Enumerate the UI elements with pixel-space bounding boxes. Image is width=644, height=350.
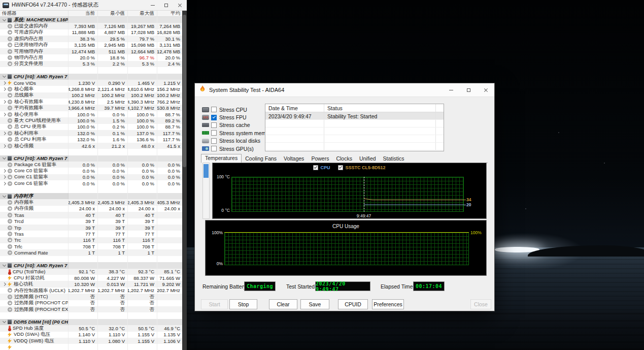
sensor-section-row[interactable]: 内存时序	[0, 193, 182, 199]
maximize-button[interactable]	[460, 83, 477, 97]
hwinfo-scrollbar-thumb[interactable]	[183, 15, 186, 167]
sensor-row[interactable]: 物理内存占用20.0 %18.8 %96.7 %20.0 %	[0, 54, 182, 60]
sensor-row[interactable]: Command Rate1 T1 T1 T	[0, 249, 182, 256]
maximize-button[interactable]	[159, 0, 173, 10]
stop-button[interactable]: Stop	[229, 299, 257, 309]
chevron-right-icon[interactable]	[3, 169, 6, 173]
stress-option-stress-gpu-s[interactable]: Stress GPU(s)	[202, 145, 264, 152]
sensor-row[interactable]: 过热降频 (HTC)否否否	[0, 294, 182, 300]
close-button[interactable]	[477, 83, 494, 97]
sensor-row[interactable]: 总 CPU 使用率100.0 %0.2 %100.0 %88.7 %	[0, 124, 182, 130]
chevron-right-icon[interactable]	[3, 113, 6, 116]
aida64-titlebar[interactable]: System Stability Test - AIDA64	[195, 83, 494, 97]
cpu-legend-checkbox[interactable]	[313, 165, 318, 170]
stress-cache-checkbox[interactable]	[211, 122, 217, 128]
chevron-down-icon[interactable]	[3, 156, 6, 160]
legend-item-cpu[interactable]: CPU	[313, 165, 330, 170]
chevron-right-icon[interactable]	[3, 132, 6, 135]
stress-system-memory-checkbox[interactable]	[211, 130, 217, 136]
sensor-section-row[interactable]: DDR5 DIMM [#0] (P0 CHA...	[0, 319, 182, 325]
sensor-section-row[interactable]: CPU [#0]: AMD Ryzen 7 7...	[0, 155, 182, 162]
column-header-sensor[interactable]: 传感器	[0, 11, 69, 16]
chevron-right-icon[interactable]	[3, 182, 6, 185]
legend-item-ssd[interactable]: SSSTC CL5-8D512	[338, 165, 385, 170]
sensor-row[interactable]: 可用虚拟内存11,888 MB4,887 MB17,028 MB16,828 M…	[0, 29, 182, 36]
tab-powers[interactable]: Powers	[308, 155, 332, 163]
chevron-right-icon[interactable]	[3, 87, 6, 91]
sensor-row[interactable]: 分页文件使用5.3 %2.2 %5.3 %2.4 %	[0, 61, 182, 67]
sensor-row[interactable]: Core C1 驻留率0.0 %0.0 %0.0 %0.0 %	[0, 174, 182, 180]
sensor-row[interactable]: 已使用物理内存3,135 MB2,945 MB15,098 MB3,131 MB	[0, 42, 182, 48]
sensor-row[interactable]: 总 CPU 利用率132.0 %1.6 %136.6 %117.7 %	[0, 136, 182, 142]
sensor-row[interactable]: Core C6 驻留率0.0 %0.0 %0.0 %0.0 %	[0, 180, 182, 186]
tab-unified[interactable]: Unified	[356, 155, 380, 163]
chevron-right-icon[interactable]	[3, 175, 6, 179]
sensor-row[interactable]: Core VIDs1.230 V0.290 V1.465 V1.215 V	[0, 80, 182, 86]
tab-voltages[interactable]: Voltages	[280, 155, 308, 163]
sensor-row[interactable]: Package C6 驻留率0.0 %0.0 %0.0 %0.0 %	[0, 162, 182, 168]
tab-cooling-fans[interactable]: Cooling Fans	[242, 155, 280, 163]
sensor-row[interactable]: 过热降频 (PROCHOT EXT)否否否	[0, 306, 182, 312]
column-header-maximum[interactable]: 最大值	[128, 11, 157, 16]
sensor-row[interactable]: Trc116 T116 T116 T	[0, 237, 182, 243]
sensor-row[interactable]: 核心使用率100.0 %0.0 %100.0 %88.7 %	[0, 111, 182, 117]
sensor-row[interactable]: 平均有效频率3,966.4 MHz39.7 MHz4,102.7 MHz3,53…	[0, 105, 182, 111]
sensor-row[interactable]: Tcas40 T40 T40 T	[0, 212, 182, 218]
sensor-row[interactable]: 核心频率4,268.8 MHz2,121.4 MHz4,810.6 MHz4,1…	[0, 86, 182, 92]
sensor-row[interactable]: 核心利用率132.0 %0.1 %137.0 %117.7 %	[0, 130, 182, 136]
sensor-row[interactable]: Core C0 驻留率0.0 %0.0 %0.0 %0.0 %	[0, 168, 182, 174]
chevron-right-icon[interactable]	[3, 100, 6, 104]
chevron-down-icon[interactable]	[3, 263, 6, 267]
chevron-right-icon[interactable]	[3, 81, 6, 85]
sensor-row[interactable]: 虚拟内存占用38.3 %29.5 %79.7 %30.1 %	[0, 36, 182, 42]
column-header-current[interactable]: 当前	[69, 11, 98, 16]
stress-fpu-checkbox[interactable]	[211, 115, 217, 120]
stress-option-stress-fpu[interactable]: 123Stress FPU	[202, 113, 264, 121]
column-header-average[interactable]: 平均	[157, 11, 182, 16]
minimize-button[interactable]	[443, 83, 460, 97]
cpuid-button[interactable]: CPUID	[338, 299, 368, 309]
stress-option-stress-local-disks[interactable]: Stress local disks	[202, 137, 264, 145]
sensor-row[interactable]: 核心有效频率4,230.8 MHz2.5 MHz4,390.3 MHz3,766…	[0, 99, 182, 105]
graph-scrollbar[interactable]	[202, 163, 210, 219]
sensor-row[interactable]: Tras77 T77 T77 T	[0, 231, 182, 237]
sensor-row[interactable]: CPU (Tctl/Tdie)92.1 °C38.3 °C92.3 °C85.1…	[0, 269, 182, 275]
sensor-row[interactable]: 内存倍频24.00 x24.00 x24.00 x24.00 x	[0, 206, 182, 212]
save-button[interactable]: Save	[300, 299, 329, 309]
sensor-row[interactable]	[0, 344, 182, 350]
sensor-row[interactable]: 过热降频 (PROCHOT CPU)否否否	[0, 300, 182, 306]
chevron-right-icon[interactable]	[3, 282, 6, 286]
sensor-row[interactable]: CPU 封装功耗80.008 W4.227 W88.337 W71.665 W	[0, 275, 182, 281]
sensor-row[interactable]: Trp39 T39 T39 T	[0, 225, 182, 231]
minimize-button[interactable]	[146, 0, 159, 10]
stress-local-disks-checkbox[interactable]	[211, 138, 217, 144]
sensor-row[interactable]: VDDQ (SWB) 电压1.110 V1.080 V1.155 V1.106 …	[0, 338, 182, 344]
preferences-button[interactable]: Preferences	[372, 299, 404, 309]
sensor-section-row[interactable]: 系统: MACHENIKE L16P	[0, 17, 182, 23]
tab-statistics[interactable]: Statistics	[380, 155, 408, 163]
chevron-right-icon[interactable]	[3, 144, 6, 147]
tab-clocks[interactable]: Clocks	[332, 155, 356, 163]
stress-option-stress-cpu[interactable]: Stress CPU	[202, 106, 264, 113]
sensor-row[interactable]: VDD (SWA) 电压1.140 V1.110 V1.155 V1.135 V	[0, 332, 182, 338]
sensor-row[interactable]: 已提交虚拟内存7,393 MB7,126 MB19,267 MB7,264 MB	[0, 23, 182, 29]
test-log-table[interactable]: Date & Time Status 2023/4/20 9:49:47 Sta…	[265, 104, 444, 151]
sensor-row[interactable]: 最大 CPU/线程使用率100.0 %1.5 %100.0 %89.2 %	[0, 117, 182, 123]
column-header-minimum[interactable]: 最小值	[98, 11, 128, 16]
sensor-section-row[interactable]: CPU [#0]: AMD Ryzen 7 7...	[0, 74, 182, 80]
sensor-row[interactable]: 核心倍频42.6 x21.2 x48.0 x41.5 x	[0, 143, 182, 149]
stress-cpu-checkbox[interactable]	[211, 107, 217, 112]
ssd-legend-checkbox[interactable]	[338, 165, 343, 170]
stress-gpu-s-checkbox[interactable]	[211, 146, 217, 151]
chevron-down-icon[interactable]	[3, 194, 6, 198]
sensor-row[interactable]: Trcd39 T39 T39 T	[0, 218, 182, 225]
clear-button[interactable]: Clear	[269, 299, 297, 309]
sensor-row[interactable]: Trfc708 T708 T708 T	[0, 243, 182, 249]
sensor-row[interactable]: 内存频率2,405.3 MHz2,405.3 MHz2,405.3 MHz2,4…	[0, 199, 182, 205]
hwinfo-scrollbar[interactable]	[182, 11, 187, 350]
graph-scrollbar-thumb[interactable]	[204, 164, 209, 178]
sensor-row[interactable]: SPD Hub 温度50.5 °C32.0 °C50.5 °C46.9 °C	[0, 325, 182, 331]
sensor-row[interactable]: 核心功耗10.320 W0.013 W11.721 W9.202 W	[0, 281, 182, 287]
tab-temperatures[interactable]: Temperatures	[201, 154, 242, 163]
stress-option-stress-system-memory[interactable]: Stress system memory	[202, 129, 264, 137]
